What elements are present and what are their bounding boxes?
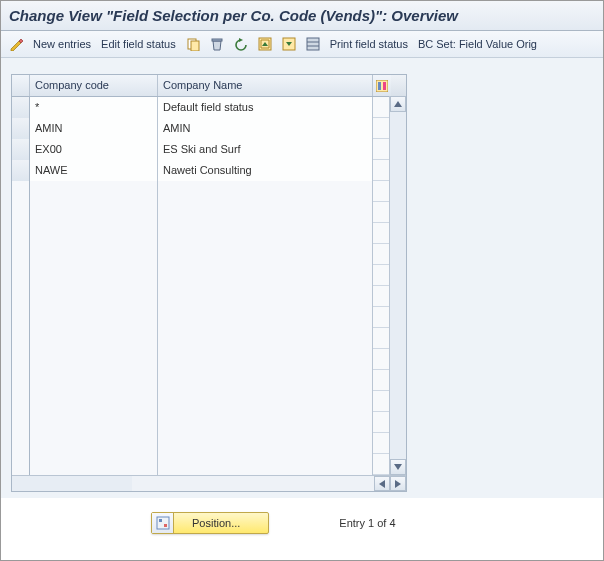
row-selector[interactable]	[12, 454, 30, 475]
row-selector[interactable]	[12, 118, 30, 139]
table-row[interactable]	[12, 286, 406, 307]
cell-company-code[interactable]	[30, 223, 158, 244]
cell-company-code[interactable]	[30, 265, 158, 286]
cell-company-name[interactable]	[158, 265, 373, 286]
row-selector[interactable]	[12, 412, 30, 433]
new-entries-link[interactable]: New entries	[31, 38, 93, 50]
column-company-name[interactable]: Company Name	[158, 75, 373, 96]
table-config-button[interactable]	[373, 75, 391, 96]
cell-company-name[interactable]	[158, 202, 373, 223]
entry-counter: Entry 1 of 4	[339, 517, 395, 529]
table-row[interactable]	[12, 307, 406, 328]
cell-company-code[interactable]	[30, 370, 158, 391]
table-row[interactable]	[12, 328, 406, 349]
row-selector[interactable]	[12, 391, 30, 412]
table-row[interactable]	[12, 391, 406, 412]
row-selector[interactable]	[12, 223, 30, 244]
row-selector[interactable]	[12, 181, 30, 202]
cell-company-name[interactable]: ES Ski and Surf	[158, 139, 373, 160]
position-label: Position...	[174, 517, 268, 529]
table-row[interactable]	[12, 412, 406, 433]
column-company-code[interactable]: Company code	[30, 75, 158, 96]
table-row[interactable]	[12, 370, 406, 391]
cell-company-code[interactable]	[30, 412, 158, 433]
cell-company-name[interactable]	[158, 391, 373, 412]
svg-rect-1	[191, 41, 199, 51]
row-selector[interactable]	[12, 160, 30, 181]
cell-company-name[interactable]	[158, 286, 373, 307]
cell-company-name[interactable]: Default field status	[158, 97, 373, 118]
cell-company-code[interactable]	[30, 433, 158, 454]
row-selector[interactable]	[12, 328, 30, 349]
table-row[interactable]	[12, 223, 406, 244]
row-selector[interactable]	[12, 307, 30, 328]
horizontal-scrollbar[interactable]	[12, 475, 406, 491]
copy-icon[interactable]	[184, 35, 202, 53]
table-row[interactable]	[12, 349, 406, 370]
cell-company-code[interactable]	[30, 454, 158, 475]
cell-company-name[interactable]	[158, 181, 373, 202]
cell-company-code[interactable]	[30, 391, 158, 412]
row-selector[interactable]	[12, 139, 30, 160]
cell-company-code[interactable]: *	[30, 97, 158, 118]
undo-icon[interactable]	[232, 35, 250, 53]
svg-rect-11	[157, 517, 169, 529]
scroll-down-button[interactable]	[390, 459, 406, 475]
pencil-icon[interactable]	[7, 35, 25, 53]
cell-company-code[interactable]: NAWE	[30, 160, 158, 181]
table-row[interactable]	[12, 265, 406, 286]
row-selector[interactable]	[12, 433, 30, 454]
cell-company-name[interactable]	[158, 223, 373, 244]
cell-company-name[interactable]	[158, 244, 373, 265]
row-selector[interactable]	[12, 265, 30, 286]
table-row[interactable]	[12, 454, 406, 475]
table-row[interactable]	[12, 181, 406, 202]
edit-field-status-link[interactable]: Edit field status	[99, 38, 178, 50]
cell-company-name[interactable]: AMIN	[158, 118, 373, 139]
cell-company-name[interactable]: Naweti Consulting	[158, 160, 373, 181]
cell-company-code[interactable]	[30, 181, 158, 202]
bc-set-link[interactable]: BC Set: Field Value Orig	[416, 38, 539, 50]
vertical-scrollbar[interactable]	[389, 96, 406, 475]
scroll-left-button[interactable]	[374, 476, 390, 491]
cell-company-code[interactable]: AMIN	[30, 118, 158, 139]
table-settings-icon[interactable]	[304, 35, 322, 53]
cell-company-name[interactable]	[158, 433, 373, 454]
print-field-status-link[interactable]: Print field status	[328, 38, 410, 50]
svg-rect-2	[212, 39, 222, 41]
delete-icon[interactable]	[208, 35, 226, 53]
scroll-right-button[interactable]	[390, 476, 406, 491]
svg-rect-9	[378, 82, 381, 90]
cell-company-name[interactable]	[158, 454, 373, 475]
scroll-up-button[interactable]	[390, 96, 406, 112]
table-row[interactable]	[12, 433, 406, 454]
cell-company-code[interactable]	[30, 202, 158, 223]
cell-company-code[interactable]	[30, 349, 158, 370]
table-row[interactable]: AMINAMIN	[12, 118, 406, 139]
cell-company-code[interactable]: EX00	[30, 139, 158, 160]
cell-company-name[interactable]	[158, 328, 373, 349]
cell-company-code[interactable]	[30, 328, 158, 349]
cell-company-code[interactable]	[30, 244, 158, 265]
deselect-all-icon[interactable]	[280, 35, 298, 53]
cell-company-name[interactable]	[158, 412, 373, 433]
table-row[interactable]	[12, 244, 406, 265]
row-selector[interactable]	[12, 349, 30, 370]
table-row[interactable]: EX00ES Ski and Surf	[12, 139, 406, 160]
cell-company-code[interactable]	[30, 307, 158, 328]
cell-company-name[interactable]	[158, 349, 373, 370]
row-selector[interactable]	[12, 202, 30, 223]
row-selector[interactable]	[12, 97, 30, 118]
row-selector[interactable]	[12, 244, 30, 265]
select-all-icon[interactable]	[256, 35, 274, 53]
table-row[interactable]	[12, 202, 406, 223]
table-row[interactable]: *Default field status	[12, 97, 406, 118]
svg-rect-8	[376, 80, 388, 92]
row-selector[interactable]	[12, 286, 30, 307]
position-button[interactable]: Position...	[151, 512, 269, 534]
cell-company-code[interactable]	[30, 286, 158, 307]
row-selector[interactable]	[12, 370, 30, 391]
table-row[interactable]: NAWENaweti Consulting	[12, 160, 406, 181]
cell-company-name[interactable]	[158, 307, 373, 328]
cell-company-name[interactable]	[158, 370, 373, 391]
